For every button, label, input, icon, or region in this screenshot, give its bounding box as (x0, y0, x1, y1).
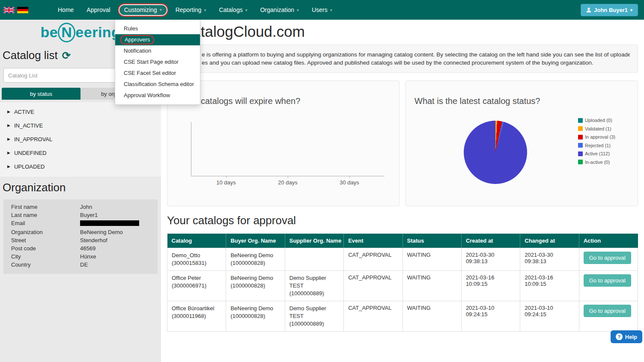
org-field-label: Last name (3, 211, 80, 219)
table-row: Demo_Otto(3000015831) BeNeering Demo(100… (167, 248, 638, 271)
legend-label: Rejected (1) (585, 143, 611, 148)
menu-item-notification[interactable]: Notification (115, 45, 200, 56)
uk-flag-icon (3, 7, 15, 13)
nav-item-customizing[interactable]: Customizing ▾ (118, 3, 168, 17)
buyer-id: (1000000828) (230, 282, 280, 290)
x-axis-tick (349, 176, 350, 178)
legend-item: In-active (0) (578, 160, 615, 165)
intro-line: es and you can upload new catalog files.… (175, 59, 630, 67)
org-field-value: John (80, 203, 158, 211)
menu-item-label: Classification Schema editor (124, 81, 194, 87)
organization-details-panel: First nameJohn Last nameBuyer1 Email Org… (3, 199, 158, 274)
tree-item-uploaded[interactable]: ▶UPLOADED (0, 160, 161, 173)
legend-label: In approval (3) (585, 134, 615, 139)
go-to-approval-button[interactable]: Go to approval (584, 305, 631, 317)
refresh-icon[interactable]: ⟳ (62, 50, 71, 61)
menu-item-rules[interactable]: Rules (115, 23, 200, 34)
help-button[interactable]: ? Help (611, 330, 642, 343)
tree-item-undefined[interactable]: ▶UNDEFINED (0, 146, 161, 160)
buyer-id: (1000000828) (230, 259, 280, 267)
buyer-name: BeNeering Demo (230, 252, 280, 259)
cell-supplier-org (285, 248, 343, 271)
column-header-supplier-org: Supplier Org. Name (285, 234, 343, 248)
org-field-row: CountryDE (3, 261, 158, 269)
caret-down-icon: ▾ (297, 8, 299, 12)
menu-item-classification-schema-editor[interactable]: Classification Schema editor (115, 79, 200, 90)
legend-label: In-active (0) (585, 160, 610, 165)
org-field-row: Post code46569 (3, 244, 158, 252)
org-field-row: Email (3, 219, 158, 228)
legend-swatch (578, 126, 583, 131)
intro-text-box: e is offering a platform to buying and s… (167, 45, 638, 73)
nav-item-approval[interactable]: Approval (80, 0, 116, 20)
org-field-value: DE (80, 261, 158, 269)
tree-item-active[interactable]: ▶ACTIVE (0, 105, 161, 119)
legend-swatch (578, 160, 583, 164)
org-field-label: City (3, 252, 80, 261)
x-tick-label: 10 days (213, 179, 239, 186)
annotation-highlight-approvers: Approvers (120, 35, 154, 45)
menu-item-approvers[interactable]: Approvers (115, 34, 200, 45)
chevron-right-icon: ▶ (7, 164, 10, 169)
org-field-value: 46569 (80, 244, 158, 252)
tab-label: by status (30, 91, 52, 97)
cell-changed-at: 2021-03-10 09:24:15 (520, 301, 579, 332)
cell-status: WAITING (402, 301, 461, 332)
column-header-event: Event (344, 234, 402, 248)
legend-item: Uploaded (0) (578, 118, 615, 123)
nav-item-reporting[interactable]: Reporting ▾ (169, 0, 213, 20)
menu-item-approval-workflow[interactable]: Approval Workflow (115, 90, 200, 101)
legend-item: Validated (1) (578, 126, 615, 131)
org-field-row: StreetStenderhof (3, 236, 158, 244)
caret-down-icon: ▾ (160, 7, 162, 12)
nav-item-organization[interactable]: Organization ▾ (254, 0, 305, 20)
tree-item-label: IN_ACTIVE (14, 122, 43, 129)
language-uk-button[interactable] (3, 7, 15, 13)
cell-created-at: 2021-03-16 10:09:15 (461, 271, 520, 301)
cell-buyer-org: BeNeering Demo(1000000828) (226, 248, 285, 271)
org-field-label: Organization (3, 228, 80, 236)
legend-label: Uploaded (0) (585, 118, 612, 123)
go-to-approval-button[interactable]: Go to approval (584, 252, 631, 264)
cell-buyer-org: BeNeering Demo(1000000828) (226, 301, 285, 332)
org-field-label: Street (3, 236, 80, 244)
org-field-value: Stenderhof (80, 236, 158, 244)
column-header-action: Action (579, 234, 638, 248)
nav-item-home[interactable]: Home (51, 0, 80, 20)
customizing-dropdown-menu: Rules Approvers Notification CSE Start P… (115, 20, 200, 105)
nav-item-users[interactable]: Users ▾ (305, 0, 339, 20)
language-germany-button[interactable] (17, 7, 28, 13)
germany-flag-icon (17, 7, 28, 13)
caret-down-icon: ▾ (204, 8, 206, 12)
buyer-id: (1000000828) (230, 312, 280, 320)
cell-event: CAT_APPROVAL (344, 248, 402, 271)
language-switcher (3, 7, 28, 13)
go-to-approval-button[interactable]: Go to approval (584, 274, 631, 287)
expiry-chart-title: catalogs will expire when? (201, 96, 300, 106)
table-row: Office Peter(3000006971) BeNeering Demo(… (167, 271, 638, 301)
menu-item-label: Rules (124, 25, 138, 32)
menu-item-cse-start-page-editor[interactable]: CSE Start Page editor (115, 56, 200, 68)
tree-item-in-active[interactable]: ▶IN_ACTIVE (0, 119, 161, 132)
nav-item-label: Reporting (176, 6, 202, 13)
menu-item-label: CSE Start Page editor (124, 59, 179, 65)
catalog-id: (3000011968) (172, 312, 221, 320)
tree-item-in-approval[interactable]: ▶IN_APPROVAL (0, 132, 161, 146)
top-navbar: Home Approval Customizing ▾ Reporting ▾ … (0, 0, 644, 20)
main-navigation: Home Approval Customizing ▾ Reporting ▾ … (51, 0, 339, 20)
legend-swatch (578, 143, 583, 148)
catalog-list-heading-label: Catalog list (3, 49, 58, 62)
supplier-name: Demo Supplier TEST (289, 305, 339, 320)
user-menu-button[interactable]: John Buyer1 ▾ (581, 4, 638, 16)
cell-created-at: 2021-03-10 09:24:15 (461, 301, 520, 332)
nav-item-catalogs[interactable]: Catalogs ▾ (212, 0, 253, 20)
cell-event: CAT_APPROVAL (344, 271, 402, 301)
buyer-name: BeNeering Demo (230, 305, 280, 312)
tab-by-status[interactable]: by status (2, 88, 80, 100)
menu-item-label: CSE Facet Set editor (124, 70, 176, 76)
menu-item-cse-facet-set-editor[interactable]: CSE Facet Set editor (115, 68, 200, 79)
cell-buyer-org: BeNeering Demo(1000000828) (226, 271, 285, 301)
column-header-buyer-org: Buyer Org. Name (226, 234, 285, 248)
legend-item: Rejected (1) (578, 143, 615, 148)
menu-item-label: Approvers (125, 36, 150, 43)
